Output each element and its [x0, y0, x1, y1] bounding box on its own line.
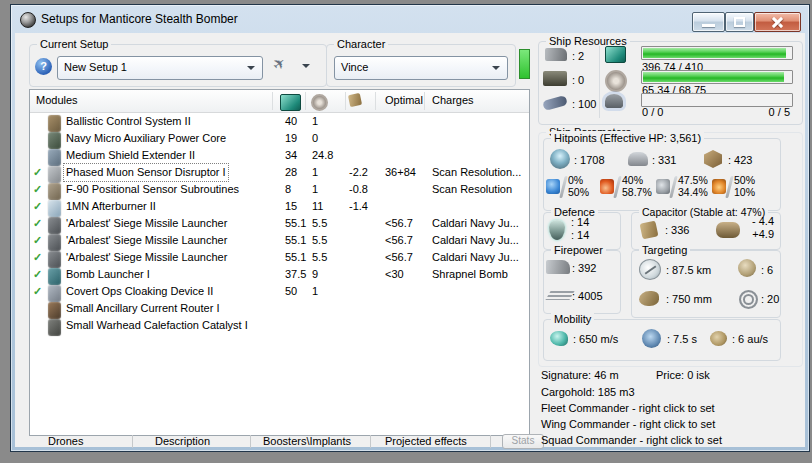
character-select[interactable]: Vince [334, 56, 508, 80]
kinetic-resist-icon [656, 179, 670, 194]
module-cpu: 37.5 [285, 266, 306, 283]
module-powergrid: 1 [312, 181, 318, 198]
warp-speed-icon [710, 331, 727, 346]
defence-value-1: : 14 [571, 216, 589, 228]
powergrid-bar [641, 70, 793, 84]
app-icon [20, 12, 36, 28]
module-name: Navy Micro Auxiliary Power Core [66, 130, 226, 147]
module-optimal: <30 [385, 266, 404, 283]
module-powergrid: 9 [312, 266, 318, 283]
thermal-resist-shield: 40% [622, 174, 643, 186]
align-time-icon [642, 329, 661, 348]
modules-panel: Modules Optimal Charges Ballistic Contro… [29, 89, 530, 436]
max-targets-value: : 20 [761, 293, 779, 305]
module-cap-use: -0.8 [349, 181, 368, 198]
scan-resolution-icon [639, 291, 659, 306]
module-cpu: 34 [285, 147, 297, 164]
capacitor-icon [640, 221, 659, 240]
ship-print-icon[interactable]: ✈ [269, 53, 290, 75]
capacitor-column-icon[interactable] [348, 93, 362, 107]
setup-select[interactable]: New Setup 1 [57, 56, 263, 80]
close-button[interactable] [754, 12, 801, 32]
module-name: 'Arbalest' Siege Missile Launcher [66, 215, 227, 232]
module-charges [432, 283, 527, 300]
module-name: Medium Shield Extender II [66, 147, 195, 164]
module-row[interactable]: ✓ Covert Ops Cloaking Device II 50 1 [30, 283, 529, 300]
module-powergrid: 5.5 [312, 215, 327, 232]
window-title: Setups for Manticore Stealth Bomber [41, 12, 238, 26]
module-name: 1MN Afterburner II [66, 198, 156, 215]
module-row[interactable]: Small Ancillary Current Router I [30, 300, 529, 317]
drone-bandwidth-text: 0 / 5 [769, 106, 790, 118]
module-powergrid: 1 [312, 113, 318, 130]
targeting-range-icon [639, 259, 661, 280]
client-area: Current Setup ? New Setup 1 ✈ Character … [15, 33, 805, 447]
tab-projected-effects[interactable]: Projected effects [385, 435, 467, 447]
module-row[interactable]: ✓ 1MN Afterburner II 15 11 -1.4 [30, 198, 529, 215]
active-check-icon: ✓ [33, 181, 42, 198]
tab-description[interactable]: Description [155, 435, 210, 447]
kinetic-resist-armor: 34.4% [678, 186, 708, 198]
modules-column-header[interactable]: Modules [36, 94, 78, 106]
module-row[interactable]: Medium Shield Extender II 34 24.8 [30, 147, 529, 164]
max-targets-icon [739, 290, 758, 309]
module-row[interactable]: Ballistic Control System II 40 1 [30, 113, 529, 130]
module-charges [432, 300, 527, 317]
minimize-button[interactable] [692, 12, 725, 32]
module-name: Small Warhead Calefaction Catalyst I [66, 317, 248, 334]
module-row[interactable]: ✓ 'Arbalest' Siege Missile Launcher 55.1… [30, 215, 529, 232]
maximize-button[interactable] [725, 12, 754, 32]
charges-column-header[interactable]: Charges [432, 94, 474, 106]
tab-drones[interactable]: Drones [48, 435, 83, 447]
module-row[interactable]: ✓ 'Arbalest' Siege Missile Launcher 55.1… [30, 249, 529, 266]
module-row[interactable]: Small Warhead Calefaction Catalyst I [30, 317, 529, 334]
cpu-column-icon[interactable] [280, 94, 301, 111]
firepower-dps-value: : 392 [572, 262, 596, 274]
drone-icon [605, 94, 623, 108]
launcher-hardpoints-icon [543, 71, 567, 86]
mobility-label: Mobility [551, 312, 594, 326]
active-check-icon: ✓ [33, 232, 42, 249]
armor-hp-icon [628, 152, 648, 166]
capacitor-peak: - 4.4 [752, 215, 774, 227]
optimal-column-header[interactable]: Optimal [385, 94, 423, 106]
powergrid-bar-fill [643, 72, 784, 82]
firepower-label: Firepower [551, 243, 606, 257]
module-optimal: <56.7 [385, 232, 413, 249]
module-row[interactable]: ✓ Phased Muon Sensor Disruptor I 28 1 -2… [30, 164, 529, 181]
module-optimal: <56.7 [385, 249, 413, 266]
help-icon[interactable]: ? [35, 58, 52, 75]
module-row[interactable]: Navy Micro Auxiliary Power Core 19 0 [30, 130, 529, 147]
module-row[interactable]: ✓ Bomb Launcher I 37.5 9 <30 Shrapnel Bo… [30, 266, 529, 283]
ship-menu-chevron-icon[interactable] [302, 64, 310, 68]
module-powergrid: 11 [312, 198, 323, 215]
bottom-tab-bar: Drones Description Boosters\Implants Pro… [29, 435, 528, 448]
squad-commander-text[interactable]: Squad Commander - right click to set [541, 434, 722, 446]
thermal-resist-icon [600, 179, 614, 194]
cpu-bar-fill [643, 48, 786, 58]
scan-resolution-value: : 750 mm [666, 293, 712, 305]
fleet-commander-text[interactable]: Fleet Commander - right click to set [541, 402, 715, 414]
max-velocity-value: : 650 m/s [573, 333, 618, 345]
align-time-value: : 7.5 s [667, 333, 697, 345]
stats-button[interactable]: Stats [502, 434, 544, 449]
module-row[interactable]: ✓ F-90 Positional Sensor Subroutines 8 1… [30, 181, 529, 198]
setup-select-value: New Setup 1 [64, 61, 127, 73]
powergrid-column-icon[interactable] [311, 94, 328, 111]
module-row[interactable]: ✓ 'Arbalest' Siege Missile Launcher 55.1… [30, 232, 529, 249]
tab-boosters-implants[interactable]: Boosters\Implants [263, 435, 351, 447]
module-powergrid: 0 [312, 130, 318, 147]
active-check-icon: ✓ [33, 164, 42, 181]
firepower-volley-icon [545, 291, 574, 300]
module-charges [432, 198, 527, 215]
module-cpu: 8 [285, 181, 291, 198]
thermal-resist-armor: 58.7% [622, 186, 652, 198]
module-charges: Caldari Navy Ju... [432, 215, 527, 232]
eft-window: Setups for Manticore Stealth Bomber Curr… [10, 4, 810, 452]
title-bar[interactable]: Setups for Manticore Stealth Bomber [11, 5, 809, 33]
module-name: F-90 Positional Sensor Subroutines [66, 181, 239, 198]
module-cpu: 15 [285, 198, 297, 215]
battery-icon [716, 222, 740, 238]
wing-commander-text[interactable]: Wing Commander - right click to set [541, 418, 715, 430]
firepower-group: Firepower : 392 : 4005 [543, 250, 621, 314]
